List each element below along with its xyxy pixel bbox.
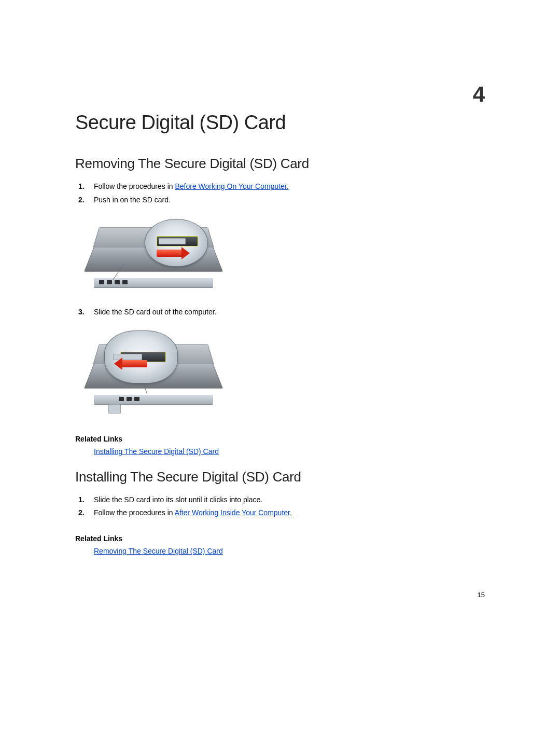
figure-slide-sd-card bbox=[94, 328, 485, 419]
page-number: 15 bbox=[478, 591, 485, 599]
section-title-installing: Installing The Secure Digital (SD) Card bbox=[75, 469, 485, 485]
sd-card-icon bbox=[108, 404, 121, 414]
installing-step-2: Follow the procedures in After Working I… bbox=[75, 507, 485, 519]
step-text: Follow the procedures in bbox=[94, 182, 175, 190]
removing-step-3: Slide the SD card out of the computer. bbox=[75, 307, 485, 318]
related-links-list: Installing The Secure Digital (SD) Card bbox=[75, 446, 485, 458]
related-links-list-2: Removing The Secure Digital (SD) Card bbox=[75, 546, 485, 557]
related-link-item: Removing The Secure Digital (SD) Card bbox=[94, 546, 485, 557]
installing-steps: Slide the SD card into its slot until it… bbox=[75, 494, 485, 519]
callout-sd-remove bbox=[104, 330, 178, 383]
arrow-icon bbox=[157, 250, 183, 257]
step-text: Follow the procedures in bbox=[94, 508, 175, 517]
link-after-working[interactable]: After Working Inside Your Computer. bbox=[175, 508, 292, 517]
link-installing-sd[interactable]: Installing The Secure Digital (SD) Card bbox=[94, 447, 219, 456]
removing-step-2: Push in on the SD card. bbox=[75, 195, 485, 206]
related-links-title: Related Links bbox=[75, 435, 485, 443]
chapter-number: 4 bbox=[473, 82, 485, 107]
link-removing-sd[interactable]: Removing The Secure Digital (SD) Card bbox=[94, 547, 223, 555]
installing-step-1: Slide the SD card into its slot until it… bbox=[75, 494, 485, 506]
removing-steps-cont: Slide the SD card out of the computer. bbox=[75, 307, 485, 318]
related-link-item: Installing The Secure Digital (SD) Card bbox=[94, 446, 485, 458]
section-title-removing: Removing The Secure Digital (SD) Card bbox=[75, 156, 485, 172]
page: 4 Secure Digital (SD) Card Removing The … bbox=[0, 0, 560, 557]
link-before-working[interactable]: Before Working On Your Computer. bbox=[175, 182, 288, 190]
removing-steps: Follow the procedures in Before Working … bbox=[75, 181, 485, 205]
figure-push-sd-card bbox=[94, 216, 485, 301]
related-links-title-2: Related Links bbox=[75, 534, 485, 543]
removing-step-1: Follow the procedures in Before Working … bbox=[75, 181, 485, 192]
arrow-icon bbox=[116, 360, 142, 367]
callout-sd-slot bbox=[145, 219, 208, 267]
chapter-title: Secure Digital (SD) Card bbox=[75, 112, 485, 134]
